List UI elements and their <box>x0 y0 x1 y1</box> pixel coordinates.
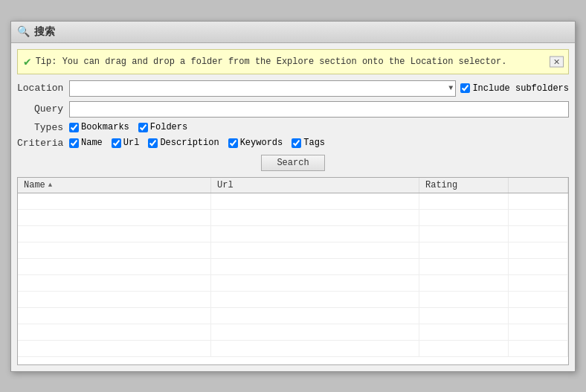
window-title: 搜索 <box>34 25 55 39</box>
table-row <box>18 193 568 210</box>
table-cell-url <box>211 292 419 307</box>
table-cell-rating <box>419 210 509 225</box>
location-label: Location <box>17 83 69 94</box>
criteria-name[interactable]: Name <box>69 138 103 148</box>
table-cell-extra <box>509 292 568 307</box>
results-table-container: Name ▲ Url Rating <box>17 177 569 365</box>
table-row <box>18 292 568 308</box>
window-content: ✔ Tip: You can drag and drop a folder fr… <box>11 43 575 371</box>
url-checkbox[interactable] <box>112 138 121 148</box>
rating-column-label: Rating <box>425 180 457 190</box>
tip-text: Tip: You can drag and drop a folder from… <box>36 57 562 67</box>
column-url: Url <box>211 178 419 193</box>
table-cell-extra <box>509 210 568 225</box>
table-cell-rating <box>419 324 509 340</box>
tip-bar: ✔ Tip: You can drag and drop a folder fr… <box>17 49 569 74</box>
keywords-label: Keywords <box>240 138 283 148</box>
search-window: 🔍 搜索 ✔ Tip: You can drag and drop a fold… <box>10 21 576 372</box>
table-row <box>18 324 568 341</box>
search-button[interactable]: Search <box>261 155 324 171</box>
include-subfolders-text: Include subfolders <box>472 83 569 94</box>
table-row <box>18 226 568 242</box>
name-checkbox[interactable] <box>69 138 79 148</box>
table-cell-rating <box>419 193 509 209</box>
tip-close-button[interactable]: ✕ <box>550 56 564 67</box>
table-header: Name ▲ Url Rating <box>18 178 568 193</box>
table-cell-name <box>18 341 211 356</box>
types-checkboxes: Bookmarks Folders <box>69 122 187 132</box>
table-cell-name <box>18 275 211 291</box>
column-rating: Rating <box>419 178 509 193</box>
table-cell-extra <box>509 242 568 258</box>
table-cell-rating <box>419 341 509 356</box>
table-cell-url <box>211 259 419 274</box>
description-checkbox[interactable] <box>148 138 158 148</box>
folders-checkbox[interactable] <box>138 123 148 132</box>
types-label: Types <box>17 122 69 133</box>
description-label: Description <box>160 138 219 148</box>
column-extra <box>509 178 568 193</box>
table-cell-extra <box>509 193 568 209</box>
name-column-label: Name <box>24 180 45 190</box>
table-row <box>18 259 568 275</box>
table-cell-name <box>18 259 211 274</box>
query-row: Query <box>17 101 569 118</box>
criteria-label: Criteria <box>17 138 69 149</box>
query-input[interactable] <box>69 101 569 118</box>
query-label: Query <box>17 103 69 115</box>
table-cell-name <box>18 308 211 324</box>
criteria-url[interactable]: Url <box>112 138 140 148</box>
folders-label: Folders <box>150 122 187 132</box>
url-label: Url <box>123 138 140 148</box>
table-cell-url <box>211 308 419 324</box>
table-cell-extra <box>509 275 568 291</box>
location-select-wrapper: ▼ <box>69 80 456 97</box>
table-cell-url <box>211 341 419 356</box>
location-select[interactable] <box>69 80 456 97</box>
table-body <box>18 193 568 364</box>
table-cell-extra <box>509 308 568 324</box>
table-row <box>18 275 568 292</box>
table-cell-rating <box>419 275 509 291</box>
table-row <box>18 308 568 324</box>
type-folders[interactable]: Folders <box>138 122 187 132</box>
table-row <box>18 242 568 259</box>
table-cell-rating <box>419 226 509 242</box>
column-name: Name ▲ <box>18 178 211 193</box>
table-cell-name <box>18 193 211 209</box>
bookmarks-checkbox[interactable] <box>69 123 79 132</box>
criteria-row: Criteria Name Url Description Keywords <box>17 138 569 149</box>
keywords-checkbox[interactable] <box>228 138 238 148</box>
type-bookmarks[interactable]: Bookmarks <box>69 122 129 132</box>
location-controls: ▼ Include subfolders <box>69 80 569 97</box>
table-cell-name <box>18 292 211 307</box>
table-cell-rating <box>419 242 509 258</box>
tags-checkbox[interactable] <box>292 138 301 148</box>
table-cell-extra <box>509 341 568 356</box>
table-cell-url <box>211 324 419 340</box>
table-cell-name <box>18 242 211 258</box>
sort-arrow-icon: ▲ <box>48 181 52 189</box>
table-cell-url <box>211 242 419 258</box>
table-cell-name <box>18 226 211 242</box>
table-row <box>18 341 568 357</box>
url-column-label: Url <box>217 180 234 190</box>
table-row <box>18 210 568 226</box>
criteria-keywords[interactable]: Keywords <box>228 138 283 148</box>
include-subfolders-label[interactable]: Include subfolders <box>460 83 569 94</box>
search-button-row: Search <box>17 155 569 171</box>
table-cell-extra <box>509 324 568 340</box>
criteria-description[interactable]: Description <box>148 138 219 148</box>
table-cell-url <box>211 275 419 291</box>
criteria-checkboxes: Name Url Description Keywords Tags <box>69 138 325 148</box>
tip-check-icon: ✔ <box>24 54 31 69</box>
table-cell-rating <box>419 292 509 307</box>
table-cell-url <box>211 193 419 209</box>
location-row: Location ▼ Include subfolders <box>17 80 569 97</box>
types-row: Types Bookmarks Folders <box>17 122 569 133</box>
name-label: Name <box>81 138 103 148</box>
criteria-tags[interactable]: Tags <box>292 138 325 148</box>
include-subfolders-checkbox[interactable] <box>460 83 470 93</box>
table-cell-extra <box>509 226 568 242</box>
table-cell-rating <box>419 308 509 324</box>
